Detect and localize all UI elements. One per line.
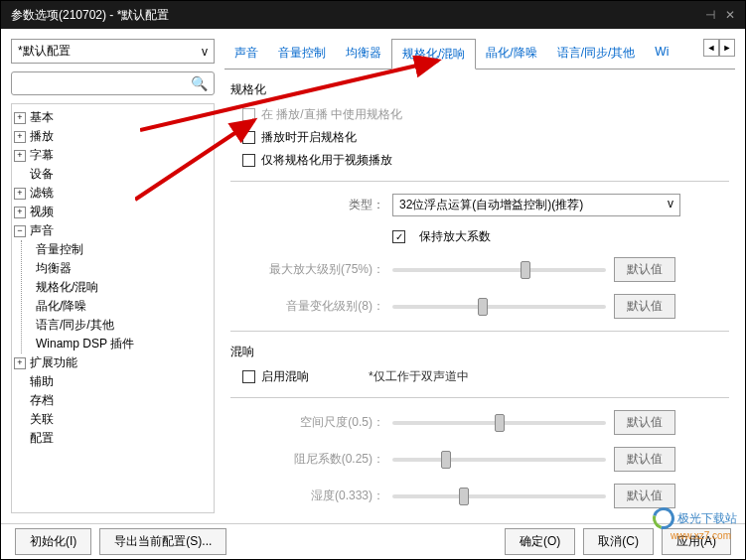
max-amp-label: 最大放大级别(75%)： [230,261,384,278]
cancel-button[interactable]: 取消(C) [583,528,654,555]
init-button[interactable]: 初始化(I) [15,528,91,555]
type-select[interactable]: 32位浮点运算(自动增益控制)(推荐) v [392,194,680,216]
tree-item-eq[interactable]: 均衡器 [30,259,212,278]
cb-enable-normalize-play[interactable]: 播放时开启规格化 [230,129,729,146]
cb-keep-factor[interactable] [392,230,405,243]
expander-icon[interactable]: + [14,150,26,162]
cb-enable-reverb[interactable]: 启用混响 *仅工作于双声道中 [230,368,729,385]
wet-label: 湿度(0.333)： [230,488,384,504]
tree-item-volume[interactable]: 音量控制 [30,240,212,259]
expander-icon[interactable]: + [14,131,26,143]
expander-icon[interactable]: − [14,225,26,237]
default-button[interactable]: 默认值 [614,257,675,282]
config-selected: *默认配置 [18,43,71,60]
cb-normalize-video-only[interactable]: 仅将规格化用于视频播放 [230,152,729,169]
tab-nav-left[interactable]: ◄ [703,39,719,57]
reverb-note: *仅工作于双声道中 [369,368,469,385]
nav-tree: +基本 +播放 +字幕 设备 +滤镜 +视频 −声音 音量控制 均衡器 规格化/… [11,103,215,513]
vol-change-label: 音量变化级别(8)： [230,298,384,315]
tabs: 声音 音量控制 均衡器 规格化/混响 晶化/降噪 语言/同步/其他 Wi ◄ ► [224,39,735,70]
tab-content: 规格化 在 播放/直播 中使用规格化 播放时开启规格化 仅将规格化用于视频播放 … [224,70,735,513]
ok-button[interactable]: 确定(O) [505,528,575,555]
watermark-sub: www.xz7.com [671,530,731,541]
checkbox-icon[interactable] [242,370,255,383]
tree-item-subtitle[interactable]: +字幕 [14,146,212,165]
chevron-down-icon: v [668,197,673,213]
tree-item-video[interactable]: +视频 [14,203,212,221]
vol-change-slider[interactable] [392,305,606,309]
tab-crystal[interactable]: 晶化/降噪 [476,39,546,69]
tab-eq[interactable]: 均衡器 [336,39,391,69]
room-size-label: 空间尺度(0.5)： [230,414,384,431]
tab-sound[interactable]: 声音 [224,39,268,69]
cb-use-normalize-live[interactable]: 在 播放/直播 中使用规格化 [230,106,729,123]
tab-nav-right[interactable]: ► [719,39,735,57]
type-label: 类型： [230,197,384,213]
tree-item-basic[interactable]: +基本 [14,108,212,127]
tree-item-playback[interactable]: +播放 [14,127,212,146]
room-size-slider[interactable] [392,421,606,425]
window-title: 参数选项(210702) - *默认配置 [11,7,169,24]
close-icon[interactable]: ✕ [725,8,735,22]
expander-icon[interactable]: + [14,207,26,218]
default-button[interactable]: 默认值 [614,447,675,472]
tree-item-device[interactable]: 设备 [14,165,212,184]
damping-label: 阻尼系数(0.25)： [230,451,384,468]
bottom-bar: 初始化(I) 导出当前配置(S)... 确定(O) 取消(C) 应用(A) [1,523,745,559]
search-input[interactable]: 🔍 [11,71,215,95]
tab-volume[interactable]: 音量控制 [268,39,336,69]
normalize-title: 规格化 [230,81,729,98]
tree-item-assist[interactable]: 辅助 [14,372,212,391]
tab-wi[interactable]: Wi [645,39,678,69]
watermark: 极光下载站 [653,507,737,529]
default-button[interactable]: 默认值 [614,410,675,435]
reverb-title: 混响 [230,344,729,360]
tab-lang[interactable]: 语言/同步/其他 [547,39,646,69]
left-panel: *默认配置 v 🔍 +基本 +播放 +字幕 设备 +滤镜 +视频 −声音 音量控… [11,39,215,513]
default-button[interactable]: 默认值 [614,484,675,508]
checkbox-icon[interactable] [242,131,255,144]
checkbox-icon[interactable] [242,154,255,167]
tree-item-audio[interactable]: −声音 [14,221,212,240]
default-button[interactable]: 默认值 [614,294,675,319]
tree-item-config[interactable]: 配置 [14,429,212,448]
tree-item-assoc[interactable]: 关联 [14,410,212,429]
expander-icon[interactable]: + [14,188,26,200]
damping-slider[interactable] [392,458,606,462]
search-icon: 🔍 [191,75,208,91]
tree-item-crystal[interactable]: 晶化/降噪 [30,297,212,316]
tree-item-lang[interactable]: 语言/同步/其他 [30,316,212,335]
titlebar: 参数选项(210702) - *默认配置 ⊣ ✕ [1,1,745,29]
max-amp-slider[interactable] [392,268,606,272]
tree-item-normalize[interactable]: 规格化/混响 [30,278,212,297]
tree-item-extension[interactable]: +扩展功能 [14,353,212,372]
wet-slider[interactable] [392,494,606,498]
right-panel: 声音 音量控制 均衡器 规格化/混响 晶化/降噪 语言/同步/其他 Wi ◄ ►… [224,39,735,513]
expander-icon[interactable]: + [14,357,26,369]
config-dropdown[interactable]: *默认配置 v [11,39,215,64]
tree-item-filter[interactable]: +滤镜 [14,184,212,203]
tree-item-winamp[interactable]: Winamp DSP 插件 [30,335,212,353]
tab-normalize[interactable]: 规格化/混响 [391,39,476,70]
tree-item-archive[interactable]: 存档 [14,391,212,410]
pin-icon[interactable]: ⊣ [705,8,715,22]
checkbox-icon[interactable] [242,108,255,121]
watermark-icon [649,503,678,533]
export-button[interactable]: 导出当前配置(S)... [99,528,226,555]
chevron-down-icon: v [202,45,208,59]
expander-icon[interactable]: + [14,112,26,124]
